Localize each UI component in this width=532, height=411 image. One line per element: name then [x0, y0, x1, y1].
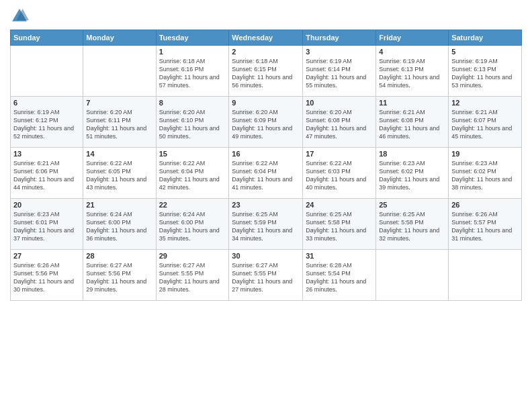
day-number: 6 — [13, 99, 80, 107]
day-number: 18 — [379, 150, 445, 158]
calendar-cell: 19Sunrise: 6:23 AM Sunset: 6:02 PM Dayli… — [449, 148, 522, 199]
calendar-week-2: 6Sunrise: 6:19 AM Sunset: 6:12 PM Daylig… — [11, 97, 522, 148]
day-info: Sunrise: 6:21 AM Sunset: 6:06 PM Dayligh… — [13, 159, 80, 192]
calendar-cell: 27Sunrise: 6:26 AM Sunset: 5:56 PM Dayli… — [11, 250, 83, 301]
day-info: Sunrise: 6:26 AM Sunset: 5:57 PM Dayligh… — [451, 210, 519, 243]
calendar-cell: 13Sunrise: 6:21 AM Sunset: 6:06 PM Dayli… — [11, 148, 83, 199]
calendar-cell: 1Sunrise: 6:18 AM Sunset: 6:16 PM Daylig… — [156, 46, 229, 97]
calendar-cell: 5Sunrise: 6:19 AM Sunset: 6:13 PM Daylig… — [449, 46, 522, 97]
day-number: 27 — [13, 252, 80, 260]
day-number: 22 — [159, 201, 226, 209]
day-number: 13 — [13, 150, 80, 158]
calendar-cell: 26Sunrise: 6:26 AM Sunset: 5:57 PM Dayli… — [449, 199, 522, 250]
day-number: 31 — [306, 252, 373, 260]
day-info: Sunrise: 6:18 AM Sunset: 6:15 PM Dayligh… — [232, 57, 300, 90]
day-info: Sunrise: 6:28 AM Sunset: 5:54 PM Dayligh… — [306, 261, 373, 294]
logo — [10, 7, 32, 26]
day-number: 30 — [232, 252, 300, 260]
col-header-monday: Monday — [83, 30, 156, 46]
calendar-cell: 25Sunrise: 6:25 AM Sunset: 5:58 PM Dayli… — [376, 199, 449, 250]
day-info: Sunrise: 6:20 AM Sunset: 6:08 PM Dayligh… — [306, 108, 373, 141]
col-header-friday: Friday — [376, 30, 449, 46]
day-number: 21 — [86, 201, 152, 209]
day-number: 17 — [306, 150, 373, 158]
calendar-table: SundayMondayTuesdayWednesdayThursdayFrid… — [10, 30, 522, 301]
col-header-wednesday: Wednesday — [229, 30, 303, 46]
day-number: 15 — [159, 150, 226, 158]
day-info: Sunrise: 6:25 AM Sunset: 5:59 PM Dayligh… — [232, 210, 300, 243]
calendar-cell: 30Sunrise: 6:27 AM Sunset: 5:55 PM Dayli… — [229, 250, 303, 301]
calendar-cell: 12Sunrise: 6:21 AM Sunset: 6:07 PM Dayli… — [449, 97, 522, 148]
col-header-tuesday: Tuesday — [156, 30, 229, 46]
day-info: Sunrise: 6:23 AM Sunset: 6:02 PM Dayligh… — [451, 159, 519, 192]
day-number: 8 — [159, 99, 226, 107]
day-number: 29 — [159, 252, 226, 260]
day-info: Sunrise: 6:22 AM Sunset: 6:04 PM Dayligh… — [232, 159, 300, 192]
calendar-cell: 15Sunrise: 6:22 AM Sunset: 6:04 PM Dayli… — [156, 148, 229, 199]
calendar-week-3: 13Sunrise: 6:21 AM Sunset: 6:06 PM Dayli… — [11, 148, 522, 199]
calendar-cell: 24Sunrise: 6:25 AM Sunset: 5:58 PM Dayli… — [303, 199, 376, 250]
logo-icon — [10, 7, 29, 26]
day-info: Sunrise: 6:26 AM Sunset: 5:56 PM Dayligh… — [13, 261, 80, 294]
calendar-cell: 22Sunrise: 6:24 AM Sunset: 6:00 PM Dayli… — [156, 199, 229, 250]
day-info: Sunrise: 6:19 AM Sunset: 6:13 PM Dayligh… — [451, 57, 519, 90]
day-info: Sunrise: 6:27 AM Sunset: 5:55 PM Dayligh… — [159, 261, 226, 294]
day-info: Sunrise: 6:25 AM Sunset: 5:58 PM Dayligh… — [306, 210, 373, 243]
day-info: Sunrise: 6:23 AM Sunset: 6:02 PM Dayligh… — [379, 159, 445, 192]
day-number: 23 — [232, 201, 300, 209]
day-number: 4 — [379, 48, 445, 56]
day-number: 14 — [86, 150, 152, 158]
day-number: 10 — [306, 99, 373, 107]
header — [10, 7, 522, 26]
calendar-cell: 21Sunrise: 6:24 AM Sunset: 6:00 PM Dayli… — [83, 199, 156, 250]
day-number: 12 — [451, 99, 519, 107]
calendar-cell: 16Sunrise: 6:22 AM Sunset: 6:04 PM Dayli… — [229, 148, 303, 199]
day-info: Sunrise: 6:27 AM Sunset: 5:55 PM Dayligh… — [232, 261, 300, 294]
day-number: 3 — [306, 48, 373, 56]
day-number: 25 — [379, 201, 445, 209]
day-info: Sunrise: 6:22 AM Sunset: 6:04 PM Dayligh… — [159, 159, 226, 192]
day-number: 19 — [451, 150, 519, 158]
calendar-cell: 11Sunrise: 6:21 AM Sunset: 6:08 PM Dayli… — [376, 97, 449, 148]
calendar-cell: 31Sunrise: 6:28 AM Sunset: 5:54 PM Dayli… — [303, 250, 376, 301]
col-header-thursday: Thursday — [303, 30, 376, 46]
day-info: Sunrise: 6:25 AM Sunset: 5:58 PM Dayligh… — [379, 210, 445, 243]
day-number: 24 — [306, 201, 373, 209]
day-info: Sunrise: 6:22 AM Sunset: 6:03 PM Dayligh… — [306, 159, 373, 192]
calendar-cell: 10Sunrise: 6:20 AM Sunset: 6:08 PM Dayli… — [303, 97, 376, 148]
day-info: Sunrise: 6:19 AM Sunset: 6:13 PM Dayligh… — [379, 57, 445, 90]
page: SundayMondayTuesdayWednesdayThursdayFrid… — [0, 0, 532, 411]
calendar-cell: 8Sunrise: 6:20 AM Sunset: 6:10 PM Daylig… — [156, 97, 229, 148]
calendar-cell — [376, 250, 449, 301]
col-header-sunday: Sunday — [11, 30, 83, 46]
day-number: 7 — [86, 99, 152, 107]
day-info: Sunrise: 6:20 AM Sunset: 6:09 PM Dayligh… — [232, 108, 300, 141]
calendar-week-1: 1Sunrise: 6:18 AM Sunset: 6:16 PM Daylig… — [11, 46, 522, 97]
day-info: Sunrise: 6:19 AM Sunset: 6:14 PM Dayligh… — [306, 57, 373, 90]
day-number: 26 — [451, 201, 519, 209]
calendar-cell: 6Sunrise: 6:19 AM Sunset: 6:12 PM Daylig… — [11, 97, 83, 148]
calendar-header-row: SundayMondayTuesdayWednesdayThursdayFrid… — [11, 30, 522, 46]
day-info: Sunrise: 6:19 AM Sunset: 6:12 PM Dayligh… — [13, 108, 80, 141]
day-info: Sunrise: 6:24 AM Sunset: 6:00 PM Dayligh… — [159, 210, 226, 243]
calendar-cell: 23Sunrise: 6:25 AM Sunset: 5:59 PM Dayli… — [229, 199, 303, 250]
calendar-week-4: 20Sunrise: 6:23 AM Sunset: 6:01 PM Dayli… — [11, 199, 522, 250]
day-number: 1 — [159, 48, 226, 56]
day-info: Sunrise: 6:18 AM Sunset: 6:16 PM Dayligh… — [159, 57, 226, 90]
day-number: 5 — [451, 48, 519, 56]
day-info: Sunrise: 6:20 AM Sunset: 6:10 PM Dayligh… — [159, 108, 226, 141]
day-number: 9 — [232, 99, 300, 107]
day-number: 11 — [379, 99, 445, 107]
calendar-cell — [449, 250, 522, 301]
calendar-week-5: 27Sunrise: 6:26 AM Sunset: 5:56 PM Dayli… — [11, 250, 522, 301]
calendar-cell: 2Sunrise: 6:18 AM Sunset: 6:15 PM Daylig… — [229, 46, 303, 97]
day-info: Sunrise: 6:27 AM Sunset: 5:56 PM Dayligh… — [86, 261, 152, 294]
calendar-cell: 14Sunrise: 6:22 AM Sunset: 6:05 PM Dayli… — [83, 148, 156, 199]
calendar-cell: 17Sunrise: 6:22 AM Sunset: 6:03 PM Dayli… — [303, 148, 376, 199]
calendar-cell: 3Sunrise: 6:19 AM Sunset: 6:14 PM Daylig… — [303, 46, 376, 97]
calendar-cell: 18Sunrise: 6:23 AM Sunset: 6:02 PM Dayli… — [376, 148, 449, 199]
calendar-cell: 7Sunrise: 6:20 AM Sunset: 6:11 PM Daylig… — [83, 97, 156, 148]
calendar-cell — [83, 46, 156, 97]
day-info: Sunrise: 6:24 AM Sunset: 6:00 PM Dayligh… — [86, 210, 152, 243]
day-info: Sunrise: 6:21 AM Sunset: 6:08 PM Dayligh… — [379, 108, 445, 141]
